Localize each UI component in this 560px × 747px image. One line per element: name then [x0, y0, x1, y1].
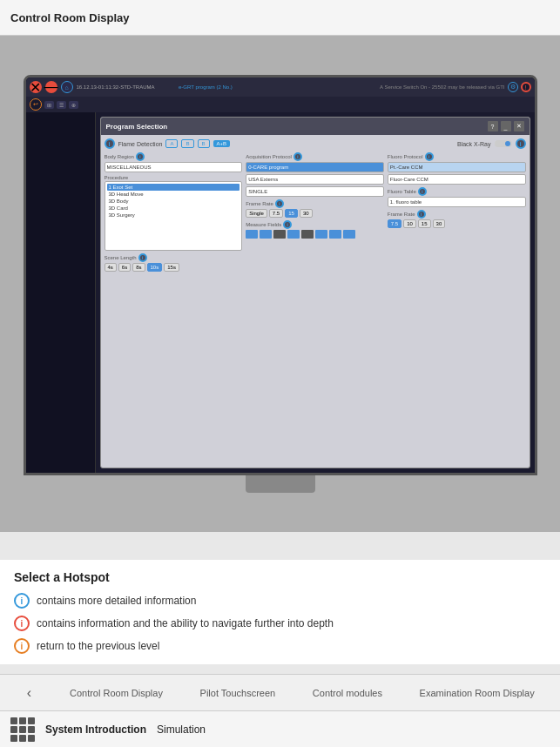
settings-icon[interactable]: ⚙ — [508, 82, 518, 92]
procedure-item-1[interactable]: 1 Exot Set — [107, 184, 240, 191]
hotspot-legend-title: Select a Hotspot — [14, 570, 546, 584]
dialog-controls: ? _ ✕ — [488, 121, 524, 131]
measure-btn-7[interactable] — [329, 230, 341, 239]
fluoro-protocol-select[interactable]: Pt.-Care CCM — [388, 162, 526, 172]
measure-btn-5[interactable] — [301, 230, 314, 239]
tab-b2[interactable]: B — [198, 139, 210, 148]
minimize-icon[interactable]: — — [45, 81, 57, 93]
dialog-title: Program Selection — [106, 123, 168, 131]
dialog-close-btn[interactable]: ✕ — [514, 121, 524, 131]
measure-btn-1[interactable] — [246, 230, 258, 239]
measure-btn-4[interactable] — [287, 230, 300, 239]
bottom-toolbar: System Introduction Simulation — [0, 710, 560, 747]
tab-b[interactable]: B — [181, 139, 193, 148]
fluoro-table-label: Fluoro Table i — [388, 187, 526, 196]
screen-toolbar2: ↩ ⊞ ☰ ⊕ — [26, 97, 535, 112]
pr-3[interactable]: 30 — [433, 219, 446, 228]
close-icon[interactable]: ✕ — [30, 81, 42, 93]
scene-4s[interactable]: 4s — [105, 263, 117, 272]
back-icon[interactable]: ↩ — [30, 98, 42, 111]
procedure-list: 1 Exot Set 3D Head Move 3D Body 3D Card … — [105, 181, 243, 251]
flame-detect-label: Flame Detection — [118, 141, 163, 147]
toolbar-btn-3[interactable]: ⊕ — [69, 101, 78, 109]
dialog-top-row: i Flame Detection A B B A+B Black X-Ray — [105, 138, 526, 149]
monitor: ✕ — ⌂ 16.12.13-01:11:32-STD-TRAUMA e-GRT… — [24, 75, 537, 475]
info-badge-top[interactable]: i — [105, 138, 115, 149]
fr-single[interactable]: Single — [246, 209, 267, 218]
fluoro-protocol-option2[interactable]: Fluor-Care CCM — [388, 174, 526, 185]
toolbar-btn-2[interactable]: ☰ — [57, 101, 66, 109]
body-region-label: Body Region i — [105, 152, 243, 161]
acq-protocol-info[interactable]: i — [293, 152, 302, 161]
acq-protocol-select[interactable]: 0-CARE program — [246, 162, 384, 172]
grid-menu-icon[interactable] — [10, 717, 35, 742]
procedure-section: Procedure 1 Exot Set 3D Head Move 3D Bod… — [105, 175, 243, 251]
home-icon[interactable]: ⌂ — [61, 81, 73, 93]
hotspot-red-icon[interactable]: i — [14, 616, 30, 631]
body-region-select[interactable]: MISCELLANEOUS — [105, 162, 243, 172]
toolbar-btn-1[interactable]: ⊞ — [44, 101, 54, 109]
alert-icon[interactable]: ! — [521, 82, 531, 92]
nav-control-room[interactable]: Control Room Display — [63, 684, 170, 702]
fr-15[interactable]: 15 — [285, 209, 298, 218]
frame-rate-label: Frame Rate i — [246, 199, 384, 208]
procedure-item-3[interactable]: 3D Body — [107, 198, 240, 205]
pr-2[interactable]: 15 — [418, 219, 431, 228]
info-badge-top2[interactable]: i — [516, 138, 526, 149]
pulse-rate-info[interactable]: i — [417, 210, 426, 219]
measure-fields-label: Measure Fields i — [246, 220, 384, 229]
dialog-help-btn[interactable]: ? — [488, 121, 498, 131]
procedure-item-2[interactable]: 3D Head Move — [107, 191, 240, 198]
scene-length-info[interactable]: i — [138, 253, 147, 262]
col-2: Acquisition Protocol i 0-CARE program US… — [246, 152, 384, 452]
measure-btn-8[interactable] — [343, 230, 355, 239]
procedure-item-4[interactable]: 3D Card — [107, 205, 240, 212]
scene-length-section: Scene Length i 4s 6s 8s 10s — [105, 253, 243, 272]
fr-7.5[interactable]: 7.5 — [269, 209, 283, 218]
col-3: Fluoro Protocol i Pt.-Care CCM Fluor-Car… — [388, 152, 526, 452]
body-region-section: Body Region i MISCELLANEOUS — [105, 152, 243, 172]
acq-protocol-option1[interactable]: USA Externs — [246, 174, 384, 185]
back-arrow-btn[interactable]: ‹ — [18, 683, 39, 703]
scene-10s[interactable]: 10s — [147, 263, 163, 272]
fluoro-protocol-info[interactable]: i — [425, 152, 434, 161]
measure-btn-2[interactable] — [260, 230, 272, 239]
procedure-item-5[interactable]: 3D Surgery — [107, 212, 240, 219]
fr-30[interactable]: 30 — [300, 209, 313, 218]
measure-btn-6[interactable] — [315, 230, 327, 239]
tab-ab[interactable]: A+B — [213, 140, 231, 147]
pr-1[interactable]: 10 — [403, 219, 416, 228]
black-xray-label: Black X-Ray — [457, 141, 491, 147]
scene-15s[interactable]: 15s — [164, 263, 179, 272]
scene-6s[interactable]: 6s — [118, 263, 131, 272]
pulse-rate-label: Frame Rate i — [388, 210, 526, 219]
dialog-header: Program Selection ? _ ✕ — [101, 118, 530, 135]
frame-rate-info[interactable]: i — [275, 199, 284, 208]
dialog-body: i Flame Detection A B B A+B Black X-Ray — [101, 135, 530, 468]
fluoro-protocol-label: Fluoro Protocol i — [388, 152, 526, 161]
measure-btn-3[interactable] — [273, 230, 286, 239]
topbar-info: e-GRT program (2 No.) — [179, 84, 376, 90]
body-region-info[interactable]: i — [136, 152, 145, 161]
fluoro-table-select[interactable]: 1. fluoro table — [388, 197, 526, 207]
hotspot-orange-icon[interactable]: i — [14, 638, 30, 654]
measure-fields-info[interactable]: i — [283, 220, 292, 229]
nav-control-modules[interactable]: Control modules — [306, 684, 389, 702]
action-label[interactable]: Simulation — [157, 723, 206, 736]
tab-a[interactable]: A — [165, 139, 178, 148]
center-panel: Program Selection ? _ ✕ — [96, 112, 535, 473]
nav-pilot[interactable]: Pilot Touchscreen — [193, 684, 283, 702]
scene-8s[interactable]: 8s — [132, 263, 145, 272]
nav-exam-room[interactable]: Examination Room Display — [413, 684, 542, 702]
hotspot-blue-icon[interactable]: i — [14, 593, 30, 609]
measure-fields-section: Measure Fields i — [246, 220, 384, 239]
hotspot-text-2: contains information and the ability to … — [37, 617, 334, 629]
col-1: Body Region i MISCELLANEOUS Procedure — [105, 152, 243, 452]
fluoro-table-info[interactable]: i — [418, 187, 427, 196]
pr-0.5[interactable]: 7.5 — [388, 219, 401, 228]
topbar-right-text: A Service Switch On - 25502 may be relea… — [380, 84, 504, 90]
left-panel — [26, 112, 96, 473]
dialog-min-btn[interactable]: _ — [501, 121, 511, 131]
black-xray-toggle[interactable] — [495, 140, 512, 147]
acq-protocol-option2[interactable]: SINGLE — [246, 186, 384, 197]
